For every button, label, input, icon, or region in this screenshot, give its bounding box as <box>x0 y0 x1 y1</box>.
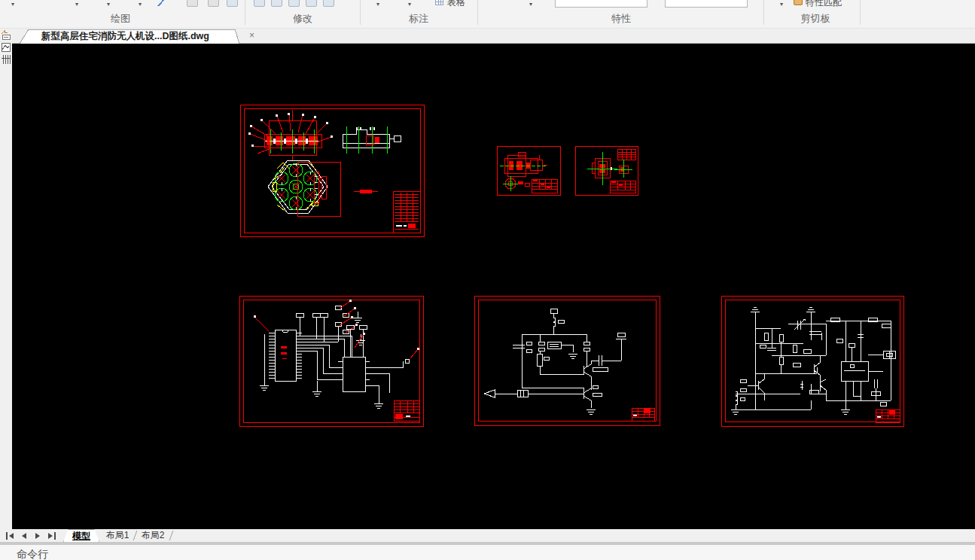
dropdown-arrow-icon[interactable]: ▾ <box>75 1 78 8</box>
ribbon-panel-modify: 修改 <box>265 12 340 26</box>
panel-divider <box>245 0 245 25</box>
file-tab-label[interactable]: 新型高层住宅消防无人机设...D图纸.dwg <box>41 30 209 43</box>
erase-tool-icon[interactable] <box>323 0 334 7</box>
hatch-tool-icon[interactable] <box>187 0 198 7</box>
image-frame-icon[interactable] <box>1 42 11 53</box>
dropdown-arrow-icon[interactable]: ▾ <box>139 1 142 8</box>
side-toolbar <box>0 29 12 530</box>
ribbon: ▾ ▾ ▾ ▾ ▾ ▾ 表格 ▾ ▾ 特性匹配 绘图 修改 标注 特性 剪 <box>0 0 975 29</box>
panel-divider <box>360 0 361 25</box>
match-properties-icon[interactable] <box>794 0 803 5</box>
drawing-mcu-schematic[interactable] <box>239 295 424 427</box>
dropdown-arrow-icon[interactable]: ▾ <box>408 1 411 8</box>
gradient-tool-icon[interactable] <box>208 0 219 7</box>
tab-model[interactable]: 模型 <box>63 529 99 542</box>
tab-separator <box>169 531 174 540</box>
hatch-bars-icon[interactable] <box>1 54 11 65</box>
color-combobox[interactable] <box>665 0 748 8</box>
panel-divider <box>763 0 764 25</box>
rotor-circles <box>275 163 317 210</box>
table-button[interactable]: 表格 <box>447 0 473 7</box>
title-block <box>394 400 419 421</box>
drawing-part-detail-1[interactable] <box>497 146 561 196</box>
ribbon-panel-clipboard: 剪切板 <box>770 12 861 26</box>
ribbon-panel-annotate: 标注 <box>381 12 456 26</box>
panel-divider <box>477 0 478 25</box>
title-block <box>876 409 900 422</box>
title-block <box>393 191 420 233</box>
next-layout-button[interactable] <box>33 531 44 540</box>
tab-layout1[interactable]: 布局1 <box>101 529 134 542</box>
rotate-tool-icon[interactable] <box>288 0 300 7</box>
parameter-table <box>617 149 635 160</box>
file-tab-bar: 新型高层住宅消防无人机设...D图纸.dwg × <box>0 29 975 44</box>
dropdown-arrow-icon[interactable]: ▾ <box>11 1 14 8</box>
ribbon-panel-draw: 绘图 <box>83 12 158 26</box>
move-tool-icon[interactable] <box>254 0 265 7</box>
title-block <box>632 408 654 421</box>
title-block <box>610 181 635 193</box>
last-layout-button[interactable] <box>47 531 57 540</box>
drawing-rf-schematic[interactable] <box>721 295 904 427</box>
panel-divider <box>860 0 861 25</box>
file-tab-close-icon[interactable]: × <box>249 30 254 41</box>
drawing-part-detail-2[interactable] <box>575 146 638 196</box>
layer-combobox[interactable] <box>555 0 647 8</box>
drawing-drone-assembly[interactable] <box>239 104 425 237</box>
previous-layout-button[interactable] <box>20 531 30 540</box>
mirror-tool-icon[interactable] <box>306 0 317 7</box>
dropdown-arrow-icon[interactable]: ▾ <box>780 1 783 8</box>
tab-layout2[interactable]: 布局2 <box>136 529 169 542</box>
ribbon-panel-properties: 特性 <box>583 12 659 26</box>
boundary-tool-icon[interactable] <box>227 0 238 7</box>
command-line-panel[interactable]: 命令行 <box>0 545 975 560</box>
first-layout-button[interactable] <box>6 531 17 540</box>
drawing-oscillator-schematic[interactable] <box>474 295 660 427</box>
table-icon[interactable] <box>435 0 443 5</box>
dropdown-arrow-icon[interactable]: ▾ <box>376 1 379 8</box>
match-properties-button[interactable]: 特性匹配 <box>806 0 851 7</box>
dropdown-arrow-icon[interactable]: ▾ <box>107 1 110 8</box>
cad-application-window: ▾ ▾ ▾ ▾ ▾ ▾ 表格 ▾ ▾ 特性匹配 绘图 修改 标注 特性 剪 <box>0 0 975 560</box>
title-block <box>532 179 557 193</box>
draw-line-icon[interactable] <box>157 0 167 7</box>
dropdown-arrow-icon[interactable]: ▾ <box>529 1 532 8</box>
layout-tab-bar: 模型 布局1 布局2 <box>0 529 975 542</box>
sheet-arrow-icon[interactable] <box>1 29 11 41</box>
copy-tool-icon[interactable] <box>271 0 282 7</box>
command-line-title: 命令行 <box>17 548 48 560</box>
model-space-canvas[interactable] <box>12 44 975 529</box>
